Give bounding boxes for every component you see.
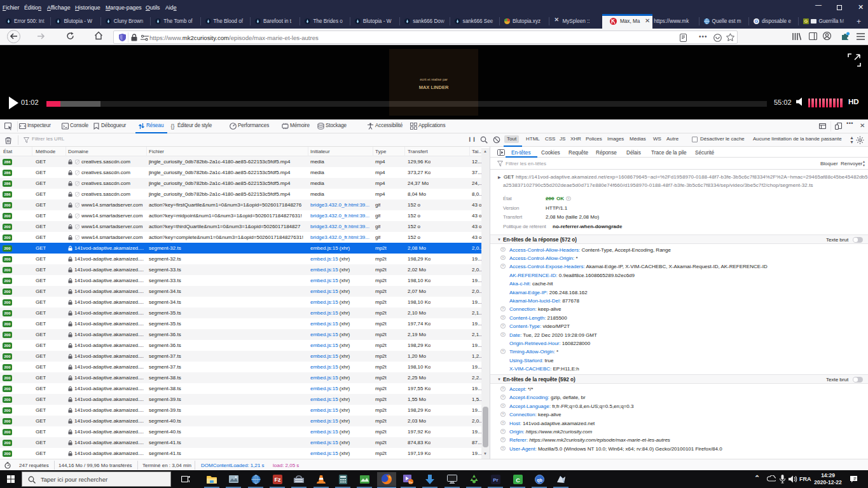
svg-text:qb: qb bbox=[537, 477, 542, 482]
svg-text:Fz: Fz bbox=[274, 477, 280, 483]
svg-text:G: G bbox=[804, 19, 808, 24]
svg-text:Pr: Pr bbox=[493, 477, 498, 483]
svg-text:{}: {} bbox=[170, 123, 174, 130]
svg-text:9+: 9+ bbox=[409, 480, 413, 484]
svg-text:C: C bbox=[516, 477, 520, 483]
svg-text:G: G bbox=[755, 19, 759, 24]
